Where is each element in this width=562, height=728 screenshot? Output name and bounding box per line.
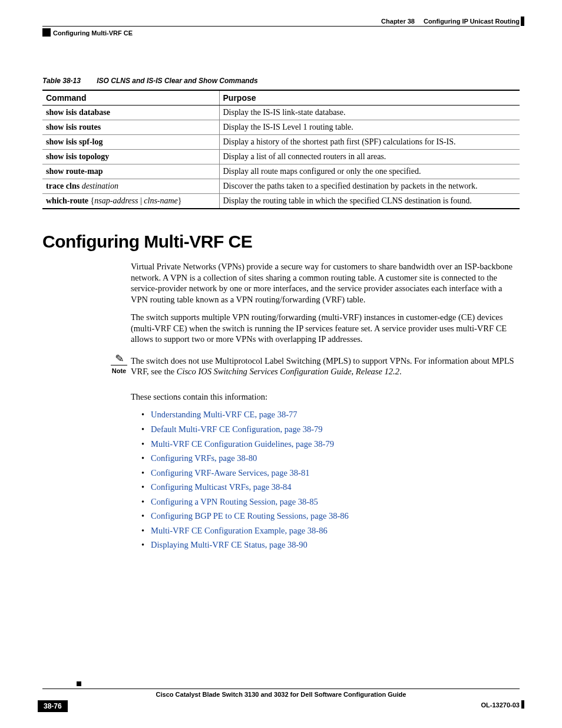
table-row: show isis topologyDisplay a list of all … — [42, 150, 520, 164]
note-block: ✎ Note The switch does not use Multiprot… — [131, 355, 520, 377]
command-table: Command Purpose show isis databaseDispla… — [42, 90, 520, 209]
purpose-cell: Display the routing table in which the s… — [219, 194, 520, 209]
page-footer: Cisco Catalyst Blade Switch 3130 and 303… — [42, 689, 520, 711]
list-item: Configuring BGP PE to CE Routing Session… — [141, 510, 520, 522]
list-item: Multi-VRF CE Configuration Example, page… — [141, 525, 520, 536]
cross-ref-link[interactable]: Configuring a VPN Routing Session, page … — [151, 497, 318, 506]
link-list: Understanding Multi-VRF CE, page 38-77De… — [141, 409, 520, 550]
cross-ref-link[interactable]: Configuring VRF-Aware Services, page 38-… — [151, 468, 309, 477]
body-text: Virtual Private Networks (VPNs) provide … — [131, 261, 520, 345]
list-item: Understanding Multi-VRF CE, page 38-77 — [141, 409, 520, 420]
command-cell: show isis database — [42, 106, 219, 120]
table-row: show isis databaseDisplay the IS-IS link… — [42, 106, 520, 120]
purpose-cell: Display all route maps configured or onl… — [219, 164, 520, 179]
doc-id: OL-13270-03 — [481, 701, 520, 709]
command-cell: show isis spf-log — [42, 135, 219, 150]
list-item: Configuring Multicast VRFs, page 38-84 — [141, 482, 520, 493]
cross-ref-link[interactable]: Displaying Multi-VRF CE Status, page 38-… — [151, 540, 308, 549]
chapter-label: Chapter 38 — [381, 18, 415, 25]
table-row: show isis spf-logDisplay a history of th… — [42, 135, 520, 150]
cross-ref-link[interactable]: Configuring BGP PE to CE Routing Session… — [151, 511, 349, 521]
purpose-cell: Display the IS-IS Level 1 routing table. — [219, 120, 520, 135]
table-caption: Table 38-13 ISO CLNS and IS-IS Clear and… — [42, 77, 520, 85]
purpose-cell: Display a history of the shortest path f… — [219, 135, 520, 150]
cross-ref-link[interactable]: Default Multi-VRF CE Configuration, page… — [151, 424, 323, 434]
table-row: show isis routesDisplay the IS-IS Level … — [42, 120, 520, 135]
intro-links: These sections contain this information:… — [131, 391, 520, 551]
purpose-cell: Display a list of all connected routers … — [219, 150, 520, 164]
table-row: trace clns destinationDiscover the paths… — [42, 179, 520, 194]
command-cell: show route-map — [42, 164, 219, 179]
table-head-command: Command — [42, 90, 219, 106]
command-cell: show isis topology — [42, 150, 219, 164]
page-number: 38-76 — [38, 700, 68, 712]
command-cell: trace clns destination — [42, 179, 219, 194]
page-header: Chapter 38 Configuring IP Unicast Routin… — [42, 18, 520, 41]
list-item: Displaying Multi-VRF CE Status, page 38-… — [141, 539, 520, 551]
table-head-purpose: Purpose — [219, 90, 520, 106]
list-item: Configuring VRF-Aware Services, page 38-… — [141, 467, 520, 479]
table-number: Table 38-13 — [42, 77, 81, 85]
table-title: ISO CLNS and IS-IS Clear and Show Comman… — [97, 77, 257, 85]
note-text: The switch does not use Multiprotocol La… — [131, 355, 520, 377]
list-item: Configuring a VPN Routing Session, page … — [141, 496, 520, 508]
section-heading: Configuring Multi-VRF CE — [42, 232, 520, 252]
list-item: Default Multi-VRF CE Configuration, page… — [141, 424, 520, 435]
table-row: which-route {nsap-address | clns-name}Di… — [42, 194, 520, 209]
cross-ref-link[interactable]: Multi-VRF CE Configuration Guidelines, p… — [151, 439, 334, 449]
paragraph-1: Virtual Private Networks (VPNs) provide … — [131, 261, 520, 305]
section-header-label: Configuring Multi-VRF CE — [53, 29, 133, 37]
list-item: Multi-VRF CE Configuration Guidelines, p… — [141, 439, 520, 450]
cross-ref-link[interactable]: Multi-VRF CE Configuration Example, page… — [151, 526, 328, 535]
purpose-cell: Display the IS-IS link-state database. — [219, 106, 520, 120]
chapter-title: Configuring IP Unicast Routing — [424, 18, 520, 25]
cross-ref-link[interactable]: Understanding Multi-VRF CE, page 38-77 — [151, 410, 297, 419]
table-row: show route-mapDisplay all route maps con… — [42, 164, 520, 179]
cross-ref-link[interactable]: Configuring Multicast VRFs, page 38-84 — [151, 482, 292, 492]
paragraph-3: These sections contain this information: — [131, 391, 520, 403]
book-title: Cisco Catalyst Blade Switch 3130 and 303… — [42, 691, 520, 698]
command-cell: show isis routes — [42, 120, 219, 135]
list-item: Configuring VRFs, page 38-80 — [141, 453, 520, 464]
purpose-cell: Discover the paths taken to a specified … — [219, 179, 520, 194]
command-cell: which-route {nsap-address | clns-name} — [42, 194, 219, 209]
note-label: Note — [111, 367, 127, 375]
paragraph-2: The switch supports multiple VPN routing… — [131, 312, 520, 345]
pencil-icon: ✎ — [114, 353, 124, 364]
cross-ref-link[interactable]: Configuring VRFs, page 38-80 — [151, 453, 257, 463]
